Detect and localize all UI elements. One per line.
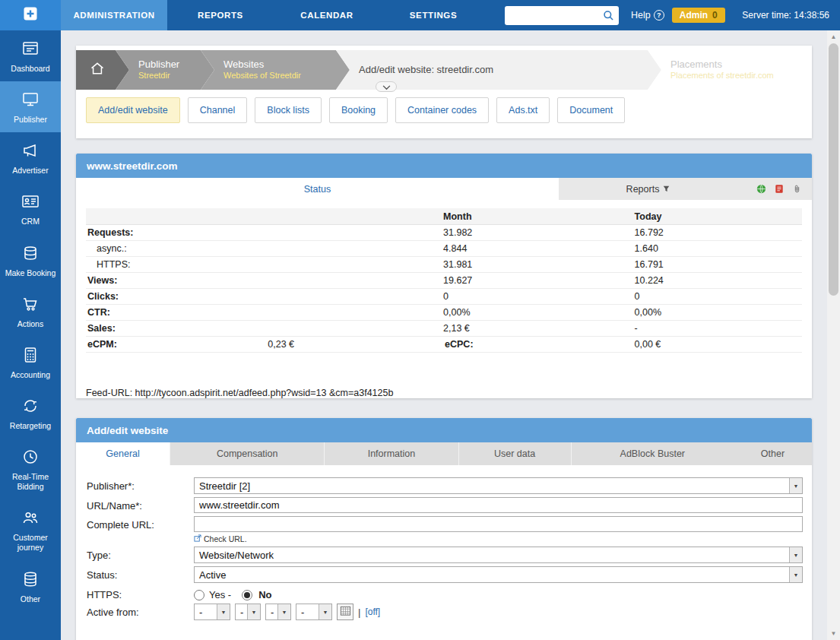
check-url-link[interactable]: Check URL. bbox=[194, 534, 803, 543]
sidebar-item-real-time-bidding[interactable]: Real-Time Bidding bbox=[0, 439, 61, 499]
url-name-label: URL/Name*: bbox=[87, 497, 194, 513]
tab-other[interactable]: Other bbox=[734, 442, 812, 465]
scroll-up-arrow[interactable]: ▲ bbox=[827, 30, 840, 43]
subtab-channel[interactable]: Channel bbox=[188, 97, 248, 123]
status-panel-title: www.streetdir.com bbox=[76, 154, 812, 178]
today-value: - bbox=[635, 323, 802, 334]
complete-url-input[interactable] bbox=[194, 516, 803, 532]
sidebar-item-actions[interactable]: Actions bbox=[0, 286, 61, 337]
tab-user-data[interactable]: User data bbox=[459, 442, 572, 465]
tab-adblock-buster[interactable]: AdBlock Buster bbox=[572, 442, 734, 465]
sidebar-item-publisher[interactable]: Publisher bbox=[0, 81, 61, 132]
breadcrumb-placements-disabled: Placements Placements of streetdir.com bbox=[648, 50, 812, 90]
subtab-container-codes[interactable]: Container codes bbox=[395, 97, 489, 123]
chevron-down-icon: ▼ bbox=[277, 604, 290, 619]
app-logo[interactable] bbox=[0, 0, 61, 30]
ecpm-label: eCPM: bbox=[86, 339, 268, 350]
form-row-url-name: URL/Name*: bbox=[87, 497, 803, 513]
check-url-icon bbox=[194, 534, 201, 543]
panel-action-icons bbox=[737, 178, 812, 200]
month-value: 31.981 bbox=[443, 259, 635, 270]
logo-icon bbox=[21, 5, 40, 26]
globe-icon[interactable] bbox=[756, 183, 767, 195]
feed-url: Feed-URL: http://tycoon.adspirit.net/adf… bbox=[86, 388, 802, 398]
calendar-button[interactable] bbox=[337, 604, 353, 620]
row-label: Views: bbox=[86, 275, 268, 286]
sidebar-item-customer-journey[interactable]: Customer journey bbox=[0, 499, 61, 560]
sidebar-item-dashboard[interactable]: Dashboard bbox=[0, 30, 61, 81]
chevron-down-icon: ▼ bbox=[247, 604, 260, 619]
month-value: 4.844 bbox=[443, 243, 635, 254]
tab-information[interactable]: Information bbox=[325, 442, 458, 465]
today-value: 0,00% bbox=[635, 307, 802, 318]
publisher-select[interactable]: Streetdir [2] ▼ bbox=[194, 477, 803, 494]
type-select[interactable]: Website/Network ▼ bbox=[194, 547, 803, 563]
month-value: 0 bbox=[443, 291, 635, 302]
sidebar-item-advertiser[interactable]: Advertiser bbox=[0, 132, 61, 183]
sidebar-item-crm[interactable]: CRM bbox=[0, 183, 61, 234]
calendar-icon bbox=[340, 605, 351, 619]
chevron-down-icon: ▼ bbox=[217, 604, 230, 619]
admin-badge[interactable]: Admin 0 bbox=[672, 8, 725, 23]
month-value: 2,13 € bbox=[443, 323, 635, 334]
help-button[interactable]: Help bbox=[631, 10, 664, 21]
sidebar-item-accounting[interactable]: Accounting bbox=[0, 337, 61, 388]
active-from-hour-select[interactable]: - ▼ bbox=[265, 604, 291, 620]
row-label: Sales: bbox=[86, 323, 268, 334]
nav-tab-calendar[interactable]: CALENDAR bbox=[274, 0, 380, 30]
subtab-block-lists[interactable]: Block lists bbox=[255, 97, 322, 123]
cart-icon bbox=[21, 295, 40, 316]
active-from-minute-select[interactable]: - ▼ bbox=[296, 604, 332, 620]
today-value: 0 bbox=[635, 291, 802, 302]
nav-tab-settings[interactable]: SETTINGS bbox=[380, 0, 487, 30]
vertical-scrollbar[interactable]: ▲ ▼ bbox=[827, 30, 840, 640]
refresh-arrows-icon bbox=[21, 397, 40, 418]
tab-reports-label: Reports bbox=[626, 184, 660, 195]
nav-tab-reports[interactable]: REPORTS bbox=[167, 0, 274, 30]
tab-compensation[interactable]: Compensation bbox=[170, 442, 325, 465]
calculator-icon bbox=[21, 346, 40, 367]
home-icon bbox=[90, 61, 105, 79]
sidebar-item-retargeting[interactable]: Retargeting bbox=[0, 388, 61, 439]
subtab-ads-txt[interactable]: Ads.txt bbox=[496, 97, 550, 123]
active-from-month-select[interactable]: - ▼ bbox=[235, 604, 261, 620]
table-row: CTR: 0,00% 0,00% bbox=[86, 305, 802, 321]
subtab-document[interactable]: Document bbox=[557, 97, 625, 123]
breadcrumb-title: Publisher bbox=[138, 59, 214, 71]
paperclip-icon[interactable] bbox=[791, 183, 803, 195]
breadcrumb-websites[interactable]: Websites Websites of Streetdir bbox=[201, 50, 350, 90]
scroll-down-arrow[interactable]: ▼ bbox=[827, 627, 840, 640]
status-select[interactable]: Active ▼ bbox=[194, 566, 803, 583]
sidebar-item-make-booking[interactable]: Make Booking bbox=[0, 235, 61, 286]
breadcrumb-expand-button[interactable] bbox=[376, 81, 397, 92]
tab-general[interactable]: General bbox=[76, 442, 170, 465]
table-row: async.: 4.844 1.640 bbox=[86, 241, 802, 257]
today-value: 10.224 bbox=[635, 275, 802, 286]
subtab-add-edit-website[interactable]: Add/edit website bbox=[86, 97, 180, 123]
scrollbar-thumb[interactable] bbox=[829, 43, 838, 296]
https-yes-radio[interactable] bbox=[194, 590, 204, 600]
nav-tab-administration[interactable]: ADMINISTRATION bbox=[61, 0, 167, 30]
breadcrumb-subtitle: Websites of Streetdir bbox=[223, 71, 350, 81]
sidebar-item-label: Publisher bbox=[14, 115, 47, 125]
sidebar-item-label: Real-Time Bidding bbox=[2, 472, 59, 492]
sidebar-item-other[interactable]: Other bbox=[0, 561, 61, 612]
tab-reports[interactable]: Reports bbox=[559, 178, 737, 200]
sidebar-item-label: Dashboard bbox=[11, 64, 49, 74]
off-link[interactable]: [off] bbox=[365, 607, 380, 617]
status-table: Month Today Requests: 31.982 16.792 asyn… bbox=[86, 208, 802, 353]
edit-website-form: Publisher*: Streetdir [2] ▼ URL/Name*: C… bbox=[76, 465, 812, 640]
breadcrumb-publisher[interactable]: Publisher Streetdir bbox=[116, 50, 214, 90]
pdf-export-icon[interactable] bbox=[774, 183, 785, 195]
tab-status[interactable]: Status bbox=[76, 178, 559, 200]
https-no-radio[interactable] bbox=[242, 590, 252, 600]
breadcrumb: Publisher Streetdir Websites Websites of… bbox=[76, 46, 812, 90]
url-name-input[interactable] bbox=[194, 497, 803, 513]
table-row: Clicks: 0 0 bbox=[86, 289, 802, 305]
form-row-status: Status: Active ▼ bbox=[87, 566, 803, 583]
edit-website-card: Add/edit website General Compensation In… bbox=[76, 418, 812, 640]
search-icon[interactable] bbox=[602, 9, 615, 25]
active-from-day-select[interactable]: - ▼ bbox=[194, 604, 230, 620]
subtab-booking[interactable]: Booking bbox=[329, 97, 388, 123]
clock-icon bbox=[21, 448, 40, 469]
